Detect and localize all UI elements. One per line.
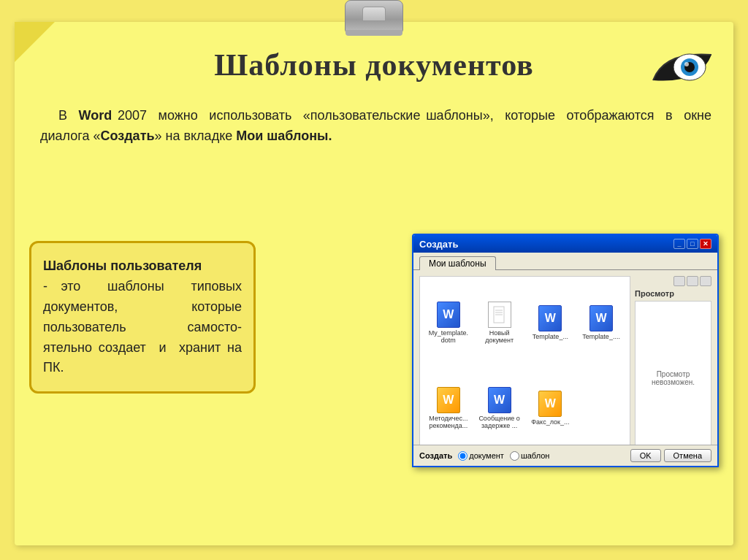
icon-label-4: Template_....: [582, 333, 620, 340]
dialog-bottom-bar: Создать документ шаблон OK Отмена: [413, 445, 717, 466]
eye-icon: [649, 44, 715, 88]
box-title-text: Шаблоны пользователя: [43, 256, 242, 277]
radio-group: Создать документ шаблон: [419, 451, 549, 461]
box-body-text: - это шаблоны типовых документов, которы…: [43, 277, 242, 378]
radio-template[interactable]: шаблон: [510, 451, 549, 461]
icon-template-3[interactable]: Template_...: [527, 281, 575, 364]
title-section: Шаблоны документов: [0, 40, 748, 90]
maximize-button[interactable]: □: [687, 239, 698, 249]
dialog-window: Создать _ □ ✕ Мои шаблоны My_template.do…: [412, 234, 719, 467]
radio-document-input[interactable]: [458, 451, 468, 461]
preview-text: Просмотр невозможен.: [638, 370, 708, 386]
corner-fold: [15, 22, 55, 62]
icon-my-template[interactable]: My_template.dotm: [424, 281, 473, 364]
cancel-button[interactable]: Отмена: [664, 449, 711, 462]
radio-document[interactable]: документ: [458, 451, 504, 461]
radio-template-input[interactable]: [510, 451, 519, 461]
icon-label-3: Template_...: [533, 333, 568, 340]
word-icon-7: [538, 391, 562, 417]
my-templates-bold: Мои шаблоны.: [236, 129, 332, 143]
ok-button[interactable]: OK: [630, 449, 661, 462]
icon-label-7: Факс_лок_...: [531, 418, 569, 426]
dialog-tabs: Мои шаблоны: [413, 253, 717, 270]
preview-panel: Просмотр Просмотр невозможен.: [635, 276, 711, 455]
svg-point-3: [684, 62, 689, 66]
icon-empty: [577, 367, 625, 450]
icon-new-document[interactable]: Новыйдокумент: [476, 281, 524, 364]
icon-label-5: Методичес...рекоменда...: [429, 415, 468, 429]
clipboard-decoration: [330, 0, 418, 44]
icon-soob[interactable]: Сообщение озадержке ...: [476, 367, 524, 450]
icon-label-6: Сообщение озадержке ...: [478, 415, 519, 429]
word-icon-5: [437, 387, 460, 413]
eye-svg: [649, 44, 715, 91]
icon-label-1: My_template.dotm: [429, 329, 468, 344]
page-title: Шаблоны документов: [214, 48, 534, 82]
radio-document-label: документ: [469, 451, 504, 460]
icons-area: My_template.dotm Новыйдокумент Template_…: [419, 276, 630, 455]
blank-doc-svg: [492, 306, 507, 323]
create-bold: Создать: [100, 129, 154, 143]
create-text: «Создать» на вкладке Мои шаблоны.: [93, 129, 332, 143]
preview-area: Просмотр невозможен.: [635, 301, 711, 455]
dialog-body: My_template.dotm Новыйдокумент Template_…: [413, 270, 717, 461]
blank-icon: [488, 302, 511, 328]
close-button[interactable]: ✕: [700, 239, 711, 249]
box-title-bold: Шаблоны пользователя: [43, 258, 202, 273]
preview-label: Просмотр: [635, 289, 711, 298]
word-icon-4: [589, 305, 613, 331]
word-icon-6: [488, 387, 511, 413]
icon-template-4[interactable]: Template_....: [577, 281, 625, 364]
list-btn[interactable]: [687, 276, 698, 286]
icon-label-2: Новыйдокумент: [485, 329, 514, 344]
word-highlight: Word: [79, 108, 112, 123]
my-templates-tab[interactable]: Мои шаблоны: [419, 256, 496, 270]
minimize-button[interactable]: _: [673, 239, 685, 249]
dialog-buttons: OK Отмена: [630, 449, 711, 462]
titlebar-buttons: _ □ ✕: [673, 239, 711, 249]
user-templates-box: Шаблоны пользователя - это шаблоны типов…: [29, 241, 256, 394]
create-label: Создать: [419, 451, 452, 460]
details-btn[interactable]: [700, 276, 711, 286]
dialog-title: Создать: [419, 239, 458, 250]
icon-metodich[interactable]: Методичес...рекоменда...: [424, 367, 473, 450]
radio-template-label: шаблон: [521, 451, 549, 460]
dialog-titlebar: Создать _ □ ✕: [413, 235, 717, 253]
word-icon-1: [437, 302, 460, 328]
view-toggle: [635, 276, 711, 286]
large-icons-btn[interactable]: [673, 276, 685, 286]
word-icon-3: [538, 305, 562, 331]
icon-fax[interactable]: Факс_лок_...: [527, 367, 575, 450]
body-text: В Word 2007 можно использовать «пользова…: [37, 106, 711, 147]
clip: [345, 0, 403, 33]
